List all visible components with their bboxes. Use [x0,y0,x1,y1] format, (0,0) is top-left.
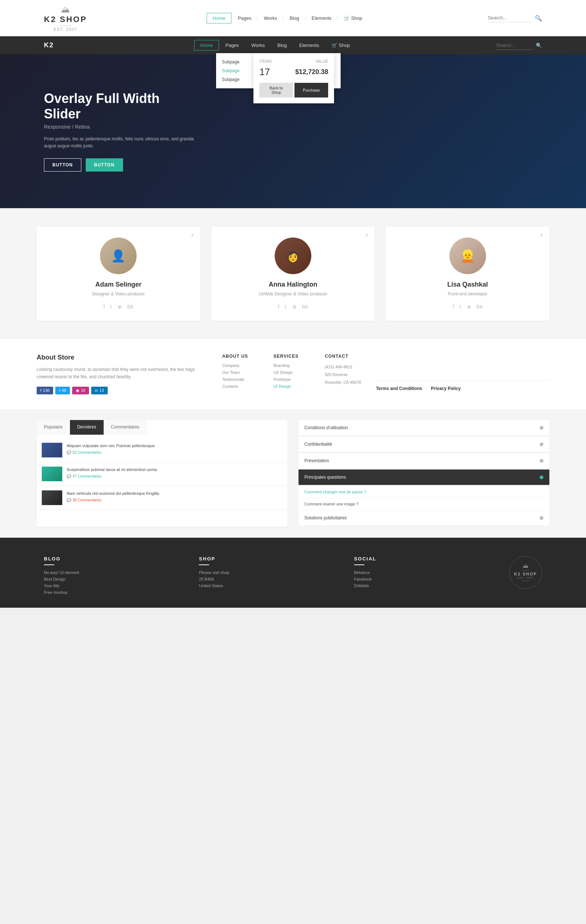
footer-link-shop-2[interactable]: 25 B456 [199,577,332,581]
social-be-3[interactable]: Bē [476,304,483,310]
hero-button-1[interactable]: BUTTON [44,158,81,172]
sticky-nav-home[interactable]: Home [194,40,219,51]
sticky-search-icon[interactable]: 🔍 [536,43,542,48]
blog-thumb-2 [42,467,62,481]
sticky-nav-works[interactable]: Works [245,40,271,51]
about-section: About Store Looking cautiously round, to… [0,339,586,409]
social-tw-2[interactable]: 𝕥 [285,304,287,310]
social-web-1[interactable]: ⊕ [118,304,122,310]
cart-amount: $12,720.38 [295,68,328,76]
cart-value-label: VALUE [315,59,328,63]
about-col-title-2: SERVICES [273,354,310,359]
social-be-1[interactable]: Bē [127,304,133,310]
faq-item-3[interactable]: Présentation ⬤ [298,453,549,469]
blog-item-3: Nam vehicula nisl euismod dui pellentesq… [37,486,288,510]
nav-item-home[interactable]: Home [207,13,232,23]
social-be-2[interactable]: Bē [302,304,308,310]
social-tw-btn[interactable]: t 48 [55,387,69,394]
blog-item-title-2: Suspendisse pulvinar lacus at mi element… [67,467,282,473]
footer-title-social: SOCIAL [354,556,487,561]
social-fb-2[interactable]: f [278,304,280,310]
footer-link-blog-1[interactable]: No way! UI element [44,570,177,575]
footer-link-shop-3[interactable]: United States [199,584,332,588]
footer-link-social-2[interactable]: Facebook [354,577,487,581]
sticky-nav-pages[interactable]: Pages [219,40,245,51]
faq-item-5[interactable]: Solutions publicitaires ⬤ [298,510,549,526]
social-fb-3[interactable]: f [453,304,454,310]
about-col-title-1: ABOUT US [222,354,259,359]
footer-logo: ⛰ K2 SHOP EST. 2007 [509,556,542,589]
about-link-ui[interactable]: UI Design [273,384,310,388]
sticky-nav-blog[interactable]: Blog [271,40,293,51]
faq-toggle-2: ⬤ [540,442,543,446]
blog-item-text-1: Aliquam vulputate sem nec Pulvinar pelle… [67,443,282,455]
team-card-plus-2[interactable]: + [365,232,369,239]
blog-tab-dernieres[interactable]: Dernières [70,420,104,435]
about-link-testimonials[interactable]: Testimonials [222,377,259,381]
about-link-team[interactable]: Our Team [222,370,259,375]
search-icon[interactable]: 🔍 [535,15,542,21]
footer-link-blog-3[interactable]: Your title [44,584,177,588]
faq-toggle-5: ⬤ [540,516,543,520]
team-card-plus-3[interactable]: + [540,232,544,239]
blog-item-text-2: Suspendisse pulvinar lacus at mi element… [67,467,282,478]
nav-item-elements[interactable]: Elements [305,13,338,23]
sticky-nav-shop[interactable]: 🛒 Shop [325,40,356,51]
team-social-3: f 𝕥 ⊕ Bē [453,304,483,310]
blog-item-comments-3[interactable]: 💬 38 Commentaires [67,498,282,502]
team-card-2: + 👩 Anna Halington UI/Web Designer & Vid… [211,226,375,321]
logo-icon: ⛰ [44,4,87,15]
social-tw-3[interactable]: 𝕥 [459,304,462,310]
social-tw-1[interactable]: 𝕥 [110,304,112,310]
faq-item-4[interactable]: Principales questions ⬤ [298,470,549,485]
footer-link-blog-4[interactable]: Free mockup [44,590,177,594]
blog-item-comments-2[interactable]: 💬 47 Commentaires [67,474,282,478]
terms-link[interactable]: Terms and Conditions [376,386,422,391]
blog-faq-section: Populaire Dernières Commentaires Aliquam… [0,409,586,538]
nav-item-works[interactable]: Works [257,13,283,23]
search-input[interactable] [488,13,532,22]
social-fb-1[interactable]: f [103,304,105,310]
social-buttons: f 136 t 48 ◉ 16 in 13 [37,387,200,394]
blog-item-comments-1[interactable]: 💬 52 Commentaires [67,450,282,454]
faq-panel: Conditions d'utilisation ⬤ Confidentiali… [298,420,549,527]
blog-tab-commentaires[interactable]: Commentaires [104,420,147,435]
sticky-nav-elements[interactable]: Elements [293,40,325,51]
social-web-2[interactable]: ⊕ [292,304,297,310]
faq-item-2[interactable]: Confidentialité ⬤ [298,437,549,452]
hero-button-2[interactable]: BUTTON [86,158,123,172]
purchase-button[interactable]: Purchase [295,83,328,97]
cart-dropdown: ITEMS VALUE 17 $12,720.38 Back to Shop P… [253,53,334,103]
about-title: About Store [37,354,200,361]
footer-link-shop-1[interactable]: Please visit shop [199,570,332,575]
footer-link-blog-2[interactable]: Best Design [44,577,177,581]
about-link-contacts[interactable]: Contacts [222,384,259,388]
nav-item-shop[interactable]: 🛒 Shop [338,13,369,23]
footer-link-social-1[interactable]: Behance [354,570,487,575]
sticky-search-input[interactable] [496,41,533,50]
logo: ⛰ K2 SHOP EST. 2007 [44,4,87,31]
privacy-link[interactable]: Privacy Policy [431,386,460,391]
nav-item-blog[interactable]: Blog [283,13,305,23]
blog-item-title-1: Aliquam vulputate sem nec Pulvinar pelle… [67,443,282,449]
about-link-ux[interactable]: UX Design [273,370,310,375]
team-card-plus-1[interactable]: + [191,232,194,239]
social-li-btn[interactable]: in 13 [91,387,108,394]
social-fb-btn[interactable]: f 136 [37,387,53,394]
blog-item-2: Suspendisse pulvinar lacus at mi element… [37,462,288,486]
faq-item-1[interactable]: Conditions d'utilisation ⬤ [298,420,549,436]
social-ig-btn[interactable]: ◉ 16 [72,387,89,394]
avatar-2: 👩 [275,238,311,274]
faq-sub-item-2: Comment insérer une image ? [298,498,549,510]
faq-sub-item-1[interactable]: Comment changer mot de passe ? [298,486,549,498]
social-web-3[interactable]: ⊕ [467,304,471,310]
about-link-branding[interactable]: Branding [273,363,310,368]
about-link-prototype[interactable]: Prototype [273,377,310,381]
nav-item-pages[interactable]: Pages [232,13,257,23]
blog-tab-populaire[interactable]: Populaire [37,420,70,435]
avatar-3: 👱 [449,238,486,274]
logo-sub: EST. 2007 [44,28,87,31]
footer-link-social-3[interactable]: Dribbble [354,584,487,588]
back-to-shop-button[interactable]: Back to Shop [259,83,293,97]
about-link-company[interactable]: Company [222,363,259,368]
